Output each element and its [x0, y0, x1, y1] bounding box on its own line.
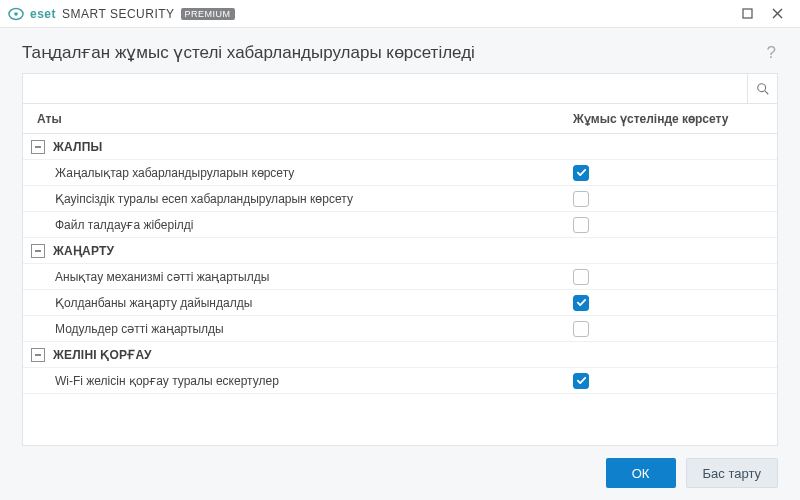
item-label: Жаңалықтар хабарландыруларын көрсету — [55, 166, 573, 180]
item-row: Файл талдауға жіберілді — [23, 212, 777, 238]
item-row: Модульдер сәтті жаңартылды — [23, 316, 777, 342]
column-show-header[interactable]: Жұмыс үстелінде көрсету — [573, 112, 763, 126]
show-on-desktop-checkbox[interactable] — [573, 321, 589, 337]
maximize-icon — [742, 8, 753, 19]
item-row: Жаңалықтар хабарландыруларын көрсету — [23, 160, 777, 186]
svg-point-3 — [757, 83, 765, 91]
show-on-desktop-checkbox[interactable] — [573, 165, 589, 181]
show-on-desktop-checkbox[interactable] — [573, 269, 589, 285]
item-label: Wi-Fi желісін қорғау туралы ескертулер — [55, 374, 573, 388]
dialog-header: Таңдалған жұмыс үстелі хабарландырулары … — [0, 28, 800, 73]
dialog-window: eset SMART SECURITY PREMIUM Таңдалған жұ… — [0, 0, 800, 500]
column-name-header[interactable]: Аты — [37, 112, 573, 126]
item-label: Қауіпсіздік туралы есеп хабарландырулары… — [55, 192, 573, 206]
collapse-icon[interactable] — [31, 140, 45, 154]
ok-button[interactable]: ОК — [606, 458, 676, 488]
search-icon — [756, 82, 770, 96]
close-icon — [772, 8, 783, 19]
search-button[interactable] — [747, 74, 777, 103]
item-label: Анықтау механизмі сәтті жаңартылды — [55, 270, 573, 284]
window-maximize-button[interactable] — [732, 0, 762, 27]
table-body: ЖАЛПЫЖаңалықтар хабарландыруларын көрсет… — [23, 134, 777, 445]
item-row: Wi-Fi желісін қорғау туралы ескертулер — [23, 368, 777, 394]
brand-eset: eset — [30, 7, 56, 21]
item-label: Файл талдауға жіберілді — [55, 218, 573, 232]
item-label: Қолданбаны жаңарту дайындалды — [55, 296, 573, 310]
group-row[interactable]: ЖЕЛІНІ ҚОРҒАУ — [23, 342, 777, 368]
item-label: Модульдер сәтті жаңартылды — [55, 322, 573, 336]
collapse-icon[interactable] — [31, 244, 45, 258]
table-header: Аты Жұмыс үстелінде көрсету — [23, 104, 777, 134]
group-label: ЖЕЛІНІ ҚОРҒАУ — [53, 348, 152, 362]
collapse-icon[interactable] — [31, 348, 45, 362]
content-panel: Аты Жұмыс үстелінде көрсету ЖАЛПЫЖаңалық… — [22, 73, 778, 446]
item-row: Қауіпсіздік туралы есеп хабарландырулары… — [23, 186, 777, 212]
show-on-desktop-checkbox[interactable] — [573, 295, 589, 311]
search-input[interactable] — [23, 74, 747, 103]
item-row: Анықтау механизмі сәтті жаңартылды — [23, 264, 777, 290]
eset-logo-icon — [8, 6, 24, 22]
group-label: ЖАҢАРТУ — [53, 244, 114, 258]
brand-product: SMART SECURITY — [62, 7, 175, 21]
item-row: Қолданбаны жаңарту дайындалды — [23, 290, 777, 316]
show-on-desktop-checkbox[interactable] — [573, 373, 589, 389]
brand-badge: PREMIUM — [181, 8, 235, 20]
search-row — [23, 74, 777, 104]
group-row[interactable]: ЖАЛПЫ — [23, 134, 777, 160]
group-label: ЖАЛПЫ — [53, 140, 102, 154]
dialog-title: Таңдалған жұмыс үстелі хабарландырулары … — [22, 42, 765, 63]
svg-rect-2 — [743, 9, 752, 18]
window-close-button[interactable] — [762, 0, 792, 27]
show-on-desktop-checkbox[interactable] — [573, 191, 589, 207]
group-row[interactable]: ЖАҢАРТУ — [23, 238, 777, 264]
svg-line-4 — [764, 90, 767, 93]
footer: ОК Бас тарту — [0, 446, 800, 500]
help-button[interactable]: ? — [765, 43, 778, 63]
titlebar: eset SMART SECURITY PREMIUM — [0, 0, 800, 28]
svg-point-1 — [14, 12, 18, 16]
brand: eset SMART SECURITY PREMIUM — [8, 6, 235, 22]
show-on-desktop-checkbox[interactable] — [573, 217, 589, 233]
cancel-button[interactable]: Бас тарту — [686, 458, 778, 488]
